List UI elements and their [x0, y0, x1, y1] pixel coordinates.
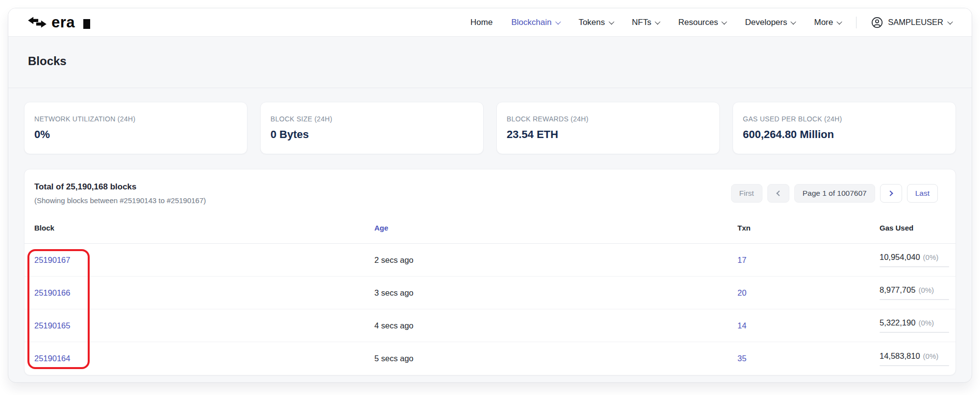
table-body: 25190167 2 secs ago 17 10,954,040(0%) 25… — [24, 244, 956, 375]
stat-value: 0% — [34, 128, 237, 141]
table-row: 25190164 5 secs ago 35 14,583,810(0%) — [24, 342, 956, 375]
title-strip: Blocks — [8, 37, 972, 88]
age-cell: 2 secs ago — [374, 256, 737, 265]
last-page-button[interactable]: Last — [907, 184, 938, 203]
block-number-link[interactable]: 25190165 — [34, 321, 70, 330]
nav-item-resources[interactable]: Resources — [678, 18, 726, 27]
column-header-txn: Txn — [737, 224, 880, 232]
nav-label: Developers — [745, 18, 787, 27]
gas-used-value: 10,954,040 — [880, 253, 920, 261]
page-title: Blocks — [28, 54, 952, 68]
chevron-down-icon — [837, 19, 842, 24]
txn-count-link[interactable]: 14 — [737, 321, 746, 330]
user-menu[interactable]: SAMPLEUSER — [871, 17, 952, 28]
blocks-table-panel: Total of 25,190,168 blocks (Showing bloc… — [24, 169, 956, 375]
gas-used-cell: 14,583,810(0%) — [880, 351, 949, 366]
stat-label: NETWORK UTILIZATION (24H) — [34, 115, 237, 123]
stat-label: GAS USED PER BLOCK (24H) — [743, 115, 946, 123]
stat-label: BLOCK SIZE (24H) — [270, 115, 473, 123]
nav-label: Blockchain — [511, 18, 551, 27]
username-label: SAMPLEUSER — [888, 18, 943, 27]
nav-label: Tokens — [579, 18, 605, 27]
stat-value: 23.54 ETH — [507, 128, 710, 141]
age-cell: 5 secs ago — [374, 354, 737, 363]
nav-item-developers[interactable]: Developers — [745, 18, 795, 27]
table-row: 25190167 2 secs ago 17 10,954,040(0%) — [24, 244, 956, 277]
gas-used-cell: 10,954,040(0%) — [880, 253, 949, 267]
logo-wordmark: era — [51, 15, 75, 30]
stat-card-network-utilization: NETWORK UTILIZATION (24H) 0% — [24, 102, 247, 154]
prev-page-button[interactable] — [767, 184, 789, 203]
gas-used-cell: 5,322,190(0%) — [880, 318, 949, 333]
stat-cards-row: NETWORK UTILIZATION (24H) 0% BLOCK SIZE … — [8, 102, 972, 154]
chevron-down-icon — [609, 19, 614, 24]
swap-arrows-icon — [28, 17, 47, 28]
nav-item-blockchain[interactable]: Blockchain — [511, 18, 560, 27]
stat-card-block-rewards: BLOCK REWARDS (24H) 23.54 ETH — [496, 102, 720, 154]
age-cell: 3 secs ago — [374, 288, 737, 298]
user-avatar-icon — [871, 17, 883, 28]
gas-used-cell: 8,977,705(0%) — [880, 285, 949, 300]
pagination: First Page 1 of 1007607 Last — [731, 184, 938, 203]
chevron-down-icon — [655, 19, 661, 24]
block-number-link[interactable]: 25190164 — [34, 354, 70, 363]
nav-label: Home — [470, 18, 492, 27]
logo-square-icon — [83, 19, 90, 29]
txn-count-link[interactable]: 17 — [737, 256, 746, 264]
age-cell: 4 secs ago — [374, 321, 737, 330]
showing-range-text: (Showing blocks between #25190143 to #25… — [34, 196, 206, 205]
table-row: 25190165 4 secs ago 14 5,322,190(0%) — [24, 309, 956, 342]
txn-count-link[interactable]: 35 — [737, 354, 746, 363]
era-logo[interactable]: era — [28, 15, 90, 30]
table-header-row: Block Age Txn Gas Used — [24, 212, 956, 244]
panel-header: Total of 25,190,168 blocks (Showing bloc… — [24, 169, 956, 208]
nav-item-more[interactable]: More — [814, 18, 841, 27]
gas-used-value: 8,977,705 — [880, 285, 915, 294]
gas-used-percent: (0%) — [923, 253, 939, 261]
stat-value: 600,264.80 Million — [743, 128, 946, 141]
stat-label: BLOCK REWARDS (24H) — [507, 115, 710, 123]
nav-label: More — [814, 18, 833, 27]
nav-divider — [856, 17, 857, 28]
nav-label: Resources — [678, 18, 718, 27]
gas-used-progress-bar — [880, 299, 949, 300]
next-page-button[interactable] — [880, 184, 902, 203]
table-row: 25190166 3 secs ago 20 8,977,705(0%) — [24, 277, 956, 309]
gas-used-percent: (0%) — [918, 286, 934, 294]
column-header-gas-used: Gas Used — [880, 224, 946, 232]
txn-count-link[interactable]: 20 — [737, 288, 746, 297]
gas-used-percent: (0%) — [918, 319, 934, 327]
stat-value: 0 Bytes — [270, 128, 473, 141]
chevron-down-icon — [791, 19, 796, 24]
top-navigation-bar: era Home Blockchain Tokens NFTs Resource… — [8, 8, 972, 37]
chevron-down-icon — [555, 19, 561, 24]
explorer-window: era Home Blockchain Tokens NFTs Resource… — [8, 8, 972, 383]
chevron-right-icon — [887, 190, 893, 196]
block-number-link[interactable]: 25190166 — [34, 288, 70, 297]
nav-item-tokens[interactable]: Tokens — [579, 18, 613, 27]
first-page-button[interactable]: First — [731, 184, 762, 203]
gas-used-progress-bar — [880, 365, 949, 366]
gas-used-value: 5,322,190 — [880, 318, 915, 327]
stat-card-gas-used-per-block: GAS USED PER BLOCK (24H) 600,264.80 Mill… — [733, 102, 956, 154]
gas-used-progress-bar — [880, 266, 949, 267]
gas-used-progress-bar — [880, 332, 949, 333]
total-blocks-text: Total of 25,190,168 blocks — [34, 182, 206, 192]
nav-label: NFTs — [632, 18, 652, 27]
nav-item-nfts[interactable]: NFTs — [632, 18, 660, 27]
column-header-block: Block — [34, 224, 374, 232]
nav-item-home[interactable]: Home — [470, 18, 492, 27]
chevron-left-icon — [776, 190, 782, 196]
panel-header-text: Total of 25,190,168 blocks (Showing bloc… — [34, 182, 206, 205]
main-nav: Home Blockchain Tokens NFTs Resources De… — [470, 17, 952, 28]
gas-used-percent: (0%) — [923, 352, 939, 360]
stat-card-block-size: BLOCK SIZE (24H) 0 Bytes — [260, 102, 484, 154]
chevron-down-icon — [947, 19, 953, 24]
block-number-link[interactable]: 25190167 — [34, 256, 70, 264]
chevron-down-icon — [722, 19, 727, 24]
page-indicator: Page 1 of 1007607 — [794, 184, 875, 203]
column-header-age[interactable]: Age — [374, 224, 737, 232]
gas-used-value: 14,583,810 — [880, 351, 920, 360]
